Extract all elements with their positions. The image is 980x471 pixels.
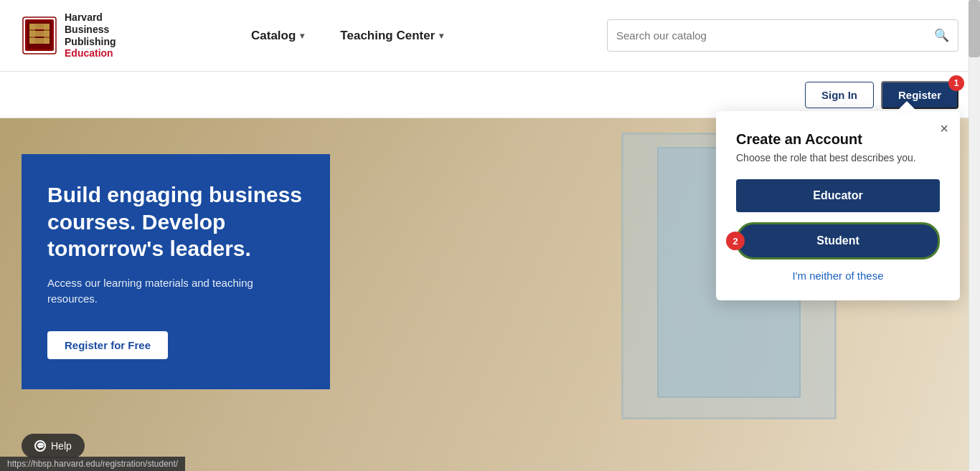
teaching-center-chevron-icon: ▾	[439, 31, 443, 41]
url-text: https://hbsp.harvard.edu/registration/st…	[7, 459, 178, 469]
student-button[interactable]: Student	[736, 222, 940, 260]
logo-line3: Publishing	[65, 36, 116, 48]
catalog-chevron-icon: ▾	[300, 31, 304, 41]
search-bar[interactable]: 🔍	[607, 19, 958, 52]
catalog-label: Catalog	[251, 29, 296, 43]
search-input[interactable]	[616, 29, 934, 42]
educator-button[interactable]: Educator	[736, 179, 940, 212]
main-nav: Catalog ▾ Teaching Center ▾	[251, 29, 443, 43]
help-label: Help	[51, 440, 72, 452]
logo-line4: Education	[65, 47, 116, 60]
svg-rect-7	[44, 24, 50, 44]
help-button[interactable]: 💬 Help	[22, 434, 85, 458]
logo-line2: Business	[65, 24, 116, 36]
chat-icon: 💬	[34, 440, 46, 452]
hero-title: Build engaging business courses. Develop…	[47, 181, 304, 262]
student-button-wrap: 2 Student	[736, 222, 940, 260]
register-badge: 1	[948, 75, 964, 91]
modal-subtitle: Choose the role that best describes you.	[736, 152, 940, 163]
scrollbar-track[interactable]	[969, 0, 980, 471]
search-icon: 🔍	[934, 28, 949, 43]
modal-title: Create an Account	[736, 131, 940, 148]
teaching-center-label: Teaching Center	[340, 29, 435, 43]
logo-line1: Harvard	[65, 11, 116, 24]
neither-link[interactable]: I'm neither of these	[736, 270, 940, 282]
scrollbar-thumb[interactable]	[969, 0, 980, 57]
hero-subtitle: Access our learning materials and teachi…	[47, 275, 304, 308]
url-bar: https://hbsp.harvard.edu/registration/st…	[0, 457, 185, 471]
svg-rect-6	[29, 24, 35, 44]
hero-content-box: Build engaging business courses. Develop…	[22, 154, 330, 389]
student-badge: 2	[726, 232, 745, 250]
harvard-shield-icon	[22, 16, 57, 55]
signin-button[interactable]: Sign In	[805, 82, 874, 108]
catalog-nav-item[interactable]: Catalog ▾	[251, 29, 304, 43]
logo-text: Harvard Business Publishing Education	[65, 11, 116, 60]
modal-arrow	[897, 101, 917, 111]
register-button[interactable]: Register 1	[881, 81, 958, 109]
logo-area[interactable]: Harvard Business Publishing Education	[22, 11, 165, 60]
register-label: Register	[898, 89, 941, 101]
site-header: Harvard Business Publishing Education Ca…	[0, 0, 980, 72]
modal-close-button[interactable]: ×	[940, 121, 948, 135]
register-free-button[interactable]: Register for Free	[47, 331, 168, 359]
create-account-modal: × Create an Account Choose the role that…	[716, 111, 960, 300]
teaching-center-nav-item[interactable]: Teaching Center ▾	[340, 29, 443, 43]
